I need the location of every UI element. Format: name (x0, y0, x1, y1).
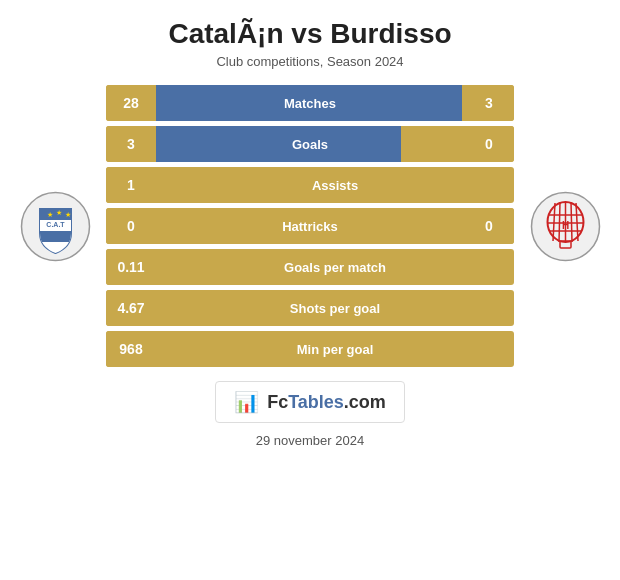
fctables-label: FcTables.com (267, 392, 386, 413)
stat-val-left-assists: 1 (106, 167, 156, 203)
svg-line-11 (559, 202, 560, 242)
stat-val-right-goals: 0 (464, 126, 514, 162)
cat-club-logo: C.A.T ★ ★ ★ (18, 189, 93, 264)
stat-label-assists: Assists (156, 178, 514, 193)
footer-date: 29 november 2024 (256, 433, 364, 448)
stat-label-goals_per_match: Goals per match (156, 260, 514, 275)
stat-row-hattricks: 0Hattricks0 (106, 208, 514, 244)
stat-val-right-matches: 3 (464, 85, 514, 121)
stat-val-left-shots_per_goal: 4.67 (106, 290, 156, 326)
svg-text:★: ★ (56, 209, 62, 216)
stat-val-left-goals_per_match: 0.11 (106, 249, 156, 285)
svg-line-13 (571, 202, 572, 242)
main-content: C.A.T ★ ★ ★ 28Matches33Goals01Assists0Ha… (0, 75, 620, 367)
stat-row-shots_per_goal: 4.67Shots per goal (106, 290, 514, 326)
stat-row-assists: 1Assists (106, 167, 514, 203)
page-header: CatalÃ¡n vs Burdisso Club competitions, … (0, 0, 620, 75)
stat-label-min_per_goal: Min per goal (156, 342, 514, 357)
stat-val-left-min_per_goal: 968 (106, 331, 156, 367)
logo-left: C.A.T ★ ★ ★ (10, 189, 100, 264)
svg-text:★: ★ (47, 211, 53, 218)
stat-val-left-hattricks: 0 (106, 208, 156, 244)
stat-label-matches: Matches (156, 96, 464, 111)
fctables-icon: 📊 (234, 390, 259, 414)
page-subtitle: Club competitions, Season 2024 (0, 54, 620, 69)
stat-row-goals_per_match: 0.11Goals per match (106, 249, 514, 285)
stat-val-left-matches: 28 (106, 85, 156, 121)
svg-text:H: H (561, 220, 568, 231)
stat-row-matches: 28Matches3 (106, 85, 514, 121)
stat-row-min_per_goal: 968Min per goal (106, 331, 514, 367)
svg-text:C.A.T: C.A.T (46, 221, 65, 228)
svg-rect-3 (40, 231, 71, 242)
fctables-banner: 📊 FcTables.com (215, 381, 405, 423)
stat-val-left-goals: 3 (106, 126, 156, 162)
stat-val-right-hattricks: 0 (464, 208, 514, 244)
stat-row-goals: 3Goals0 (106, 126, 514, 162)
stat-label-shots_per_goal: Shots per goal (156, 301, 514, 316)
hur-club-logo: H (528, 189, 603, 264)
stats-container: 28Matches33Goals01Assists0Hattricks00.11… (100, 85, 520, 367)
page-title: CatalÃ¡n vs Burdisso (0, 18, 620, 50)
stat-label-hattricks: Hattricks (156, 219, 464, 234)
logo-right: H (520, 189, 610, 264)
stat-label-goals: Goals (156, 137, 464, 152)
svg-text:★: ★ (65, 211, 71, 218)
